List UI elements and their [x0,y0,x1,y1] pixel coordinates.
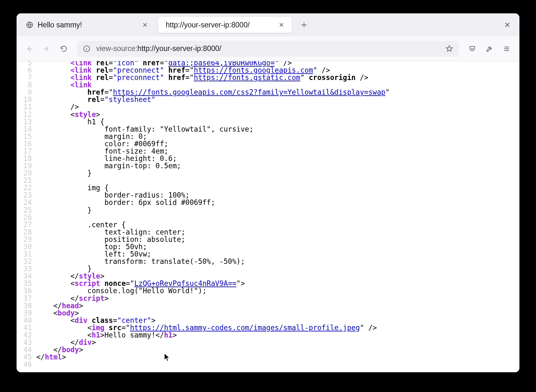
code-cell[interactable]: img { [36,184,390,192]
code-cell[interactable]: text-align: center; [36,229,390,236]
code-cell[interactable]: <div class="center"> [36,317,390,324]
tab-active[interactable]: http://your-server-ip:8000/ [158,17,292,33]
code-cell[interactable]: href="https://fonts.googleapis.com/css2?… [36,89,390,96]
code-cell[interactable] [36,361,390,368]
code-cell[interactable]: } [36,207,390,214]
code-cell[interactable]: </head> [36,302,390,309]
forward-button[interactable] [39,41,54,56]
code-cell[interactable]: <img src="https://html.sammy-codes.com/i… [36,324,390,331]
code-cell[interactable] [36,214,390,221]
source-line: 36 console.log("Hello World!"); [17,287,390,294]
code-cell[interactable]: transform: translate(-50%, -50%); [36,258,390,265]
tab-bar: Hello sammy! http://your-server-ip:8000/ [17,13,519,36]
menu-icon[interactable] [499,41,514,56]
back-button[interactable] [22,41,37,56]
source-code-view: 5 <link rel="icon" href="data:;base64,iV… [17,61,390,368]
window-close-button[interactable] [500,17,515,33]
bookmark-star-icon[interactable] [445,45,453,53]
source-line: 30 top: 50vh; [17,243,390,250]
code-cell[interactable]: margin-top: 0.5em; [36,162,390,170]
code-cell[interactable]: </body> [36,346,390,353]
line-number: 14 [17,126,36,133]
close-icon[interactable] [277,20,286,30]
tab-inactive[interactable]: Hello sammy! [18,17,156,33]
code-cell[interactable]: border: 6px solid #0069ff; [36,199,390,206]
page-content[interactable]: 5 <link rel="icon" href="data:;base64,iV… [17,61,519,372]
code-cell[interactable]: .center { [36,221,390,229]
line-number: 8 [17,81,36,89]
source-line: 42 <h1>Hello sammy!</h1> [17,331,390,339]
code-cell[interactable]: <link [36,81,390,89]
code-cell[interactable]: line-height: 0.6; [36,155,390,162]
code-cell[interactable]: } [36,265,390,272]
code-cell[interactable]: left: 50vw; [36,250,390,258]
source-line: 41 <img src="https://html.sammy-codes.co… [17,324,390,331]
source-line: 12 <style> [17,111,390,118]
code-cell[interactable]: border-radius: 100%; [36,192,390,199]
code-cell[interactable]: } [36,170,390,177]
source-line: 14 font-family: "Yellowtail", cursive; [17,126,390,133]
source-link[interactable]: https://fonts.gstatic.com [194,73,300,82]
url-text: view-source:http://your-server-ip:8000/ [96,44,440,53]
code-cell[interactable]: <body> [36,309,390,317]
code-cell[interactable]: <style> [36,111,390,118]
code-cell[interactable]: font-family: "Yellowtail", cursive; [36,126,390,133]
code-cell[interactable]: console.log("Hello World!"); [36,287,390,294]
line-number: 46 [17,361,36,368]
line-number: 43 [17,339,36,346]
code-cell[interactable]: <script nonce="LzQG+oRevPqfsuc4nRaV9A=="… [36,280,390,287]
source-line: 32 transform: translate(-50%, -50%); [17,258,390,265]
code-cell[interactable]: /> [36,103,390,111]
source-line: 29 position: absolute; [17,236,390,243]
source-line: 25 } [17,207,390,214]
line-number: 15 [17,133,36,140]
info-icon[interactable] [83,45,91,53]
code-cell[interactable]: top: 50vh; [36,243,390,250]
line-number: 6 [17,67,36,74]
code-cell[interactable]: </html> [36,353,390,361]
code-cell[interactable]: <link rel="preconnect" href="https://fon… [36,74,390,81]
code-cell[interactable]: font-size: 4em; [36,148,390,155]
code-cell[interactable]: position: absolute; [36,236,390,243]
line-number: 19 [17,162,36,170]
source-line: 21 [17,177,390,184]
line-number: 13 [17,118,36,126]
close-icon[interactable] [140,20,150,30]
line-number: 16 [17,140,36,148]
line-number: 9 [17,89,36,96]
code-cell[interactable]: rel="stylesheet" [36,96,390,103]
line-number: 5 [17,61,36,67]
code-cell[interactable]: color: #0069ff; [36,140,390,148]
source-line: 37 </script> [17,295,390,302]
line-number: 27 [17,221,36,229]
line-number: 21 [17,177,36,184]
line-number: 35 [17,280,36,287]
code-cell[interactable] [36,177,390,184]
code-cell[interactable]: </script> [36,295,390,302]
source-line: 33 } [17,265,390,272]
wrench-icon[interactable] [482,41,497,56]
line-number: 23 [17,192,36,199]
source-line: 24 border: 6px solid #0069ff; [17,199,390,206]
source-line: 22 img { [17,184,390,192]
browser-window: Hello sammy! http://your-server-ip:8000/ [17,13,519,372]
code-cell[interactable]: </style> [36,272,390,280]
line-number: 12 [17,111,36,118]
line-number: 41 [17,324,36,331]
code-cell[interactable]: <h1>Hello sammy!</h1> [36,331,390,339]
code-cell[interactable]: margin: 0; [36,133,390,140]
code-cell[interactable]: <link rel="preconnect" href="https://fon… [36,67,390,74]
line-number: 33 [17,265,36,272]
source-line: 11 /> [17,103,390,111]
code-cell[interactable]: </div> [36,339,390,346]
pocket-icon[interactable] [465,41,480,56]
url-bar[interactable]: view-source:http://your-server-ip:8000/ [77,41,459,57]
globe-icon [26,21,33,28]
line-number: 40 [17,317,36,324]
new-tab-button[interactable] [296,17,312,33]
source-line: 16 color: #0069ff; [17,140,390,148]
reload-button[interactable] [56,41,71,56]
code-cell[interactable]: h1 { [36,118,390,126]
line-number: 32 [17,258,36,265]
source-line: 6 <link rel="preconnect" href="https://f… [17,67,390,74]
